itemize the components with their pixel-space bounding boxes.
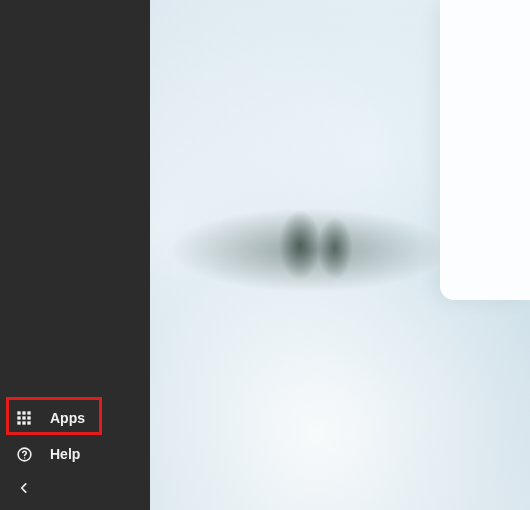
sidebar: Apps Help: [0, 0, 150, 510]
chevron-left-icon: [14, 478, 34, 498]
sidebar-collapse-button[interactable]: [0, 472, 150, 504]
floating-panel: [440, 0, 530, 300]
svg-rect-1: [22, 411, 25, 414]
help-circle-icon: [14, 444, 34, 464]
apps-grid-icon: [14, 408, 34, 428]
sidebar-item-label: Apps: [50, 410, 85, 426]
svg-point-10: [23, 457, 25, 459]
svg-rect-7: [22, 421, 25, 424]
svg-rect-5: [27, 416, 30, 419]
sidebar-item-label: Help: [50, 446, 80, 462]
sidebar-item-apps[interactable]: Apps: [0, 400, 150, 436]
sidebar-item-help[interactable]: Help: [0, 436, 150, 472]
svg-rect-6: [17, 421, 20, 424]
sidebar-spacer: [0, 0, 150, 400]
svg-rect-2: [27, 411, 30, 414]
svg-rect-4: [22, 416, 25, 419]
svg-rect-0: [17, 411, 20, 414]
svg-rect-8: [27, 421, 30, 424]
sidebar-bottom: Apps Help: [0, 400, 150, 510]
viewport: Apps Help: [0, 0, 530, 510]
svg-rect-3: [17, 416, 20, 419]
